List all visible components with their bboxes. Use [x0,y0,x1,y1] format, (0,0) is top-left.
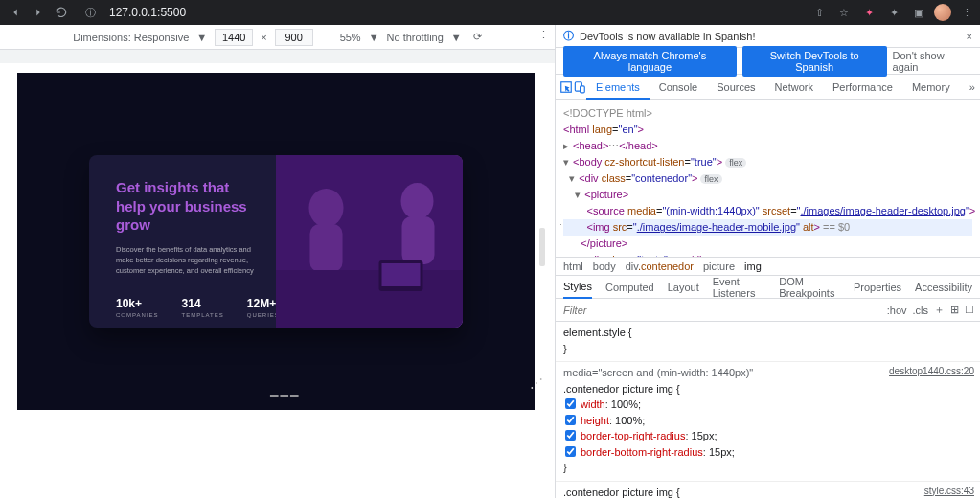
styles-tabs: Styles Computed Layout Event Listeners D… [556,276,980,299]
zoom-dropdown-icon[interactable]: ▼ [369,32,379,43]
svg-rect-5 [276,270,463,328]
rule-desktop-media[interactable]: desktop1440.css:20 media="screen and (mi… [556,362,980,482]
resize-handle-right[interactable] [539,228,545,266]
prop-checkbox[interactable] [565,415,576,425]
crumb-html[interactable]: html [563,260,583,272]
reload-button[interactable] [50,1,73,24]
subtab-events[interactable]: Event Listeners [713,276,766,299]
tab-network[interactable]: Network [765,75,823,100]
prop-checkbox[interactable] [565,430,576,441]
svg-rect-2 [310,224,343,272]
device-mode-icon[interactable] [573,76,586,99]
styles-panel[interactable]: element.style { } desktop1440.css:20 med… [556,322,980,498]
extension-icon-1[interactable]: ✦ [859,3,878,22]
rendering-icon[interactable]: ☐ [965,304,974,316]
banner-close-icon[interactable]: × [967,31,972,42]
back-button[interactable] [4,1,27,24]
ruler [0,50,555,63]
devtools-panel: ⓘ DevTools is now available in Spanish! … [556,25,980,498]
forward-button[interactable] [27,1,50,24]
share-icon[interactable]: ⇧ [809,3,829,22]
subtab-properties[interactable]: Properties [854,282,901,293]
x-separator: × [261,32,266,43]
device-menu-icon[interactable]: ⋮ [538,29,549,41]
subtab-dom-bp[interactable]: DOM Breakpoints [779,276,840,299]
width-input[interactable] [215,29,253,46]
svg-rect-4 [402,216,435,264]
dont-show-link[interactable]: Don't show again [893,50,972,73]
svg-rect-10 [581,85,585,92]
tab-elements[interactable]: Elements [586,75,650,100]
language-banner-text: DevTools is now available in Spanish! [580,31,755,42]
source-link[interactable]: desktop1440.css:20 [889,364,974,378]
tabs-overflow-icon[interactable]: » [960,75,980,100]
dom-tree[interactable]: <!DOCTYPE html> <html lang="en"> ▸<head>… [556,100,980,257]
preview-viewport: Get insights that help your business gro… [0,63,555,498]
preview-pane: Dimensions: Responsive ▼ × 55% ▼ No thro… [0,25,556,498]
switch-language-button[interactable]: Switch DevTools to Spanish [742,46,887,77]
rotate-icon[interactable]: ⟳ [473,31,482,43]
crumb-div[interactable]: div.contenedor [626,260,694,272]
svg-point-3 [401,183,434,219]
resize-handle-bottom[interactable]: ═══ [270,389,301,402]
breadcrumb[interactable]: html body div.contenedor picture img [556,257,980,276]
rule-style-css[interactable]: style.css:43 .contenedor picture img { b… [556,482,980,499]
info-icon: ⓘ [563,29,574,43]
crumb-img[interactable]: img [744,260,762,272]
browser-toolbar: ⓘ 127.0.0.1:5500 ⇧ ☆ ✦ ✦ ▣ ⋮ [0,0,980,25]
always-match-button[interactable]: Always match Chrome's language [563,46,737,77]
card-body: Discover the benefits of data analytics … [116,244,257,277]
dimensions-label: Dimensions: Responsive [73,32,189,43]
subtab-accessibility[interactable]: Accessibility [915,282,972,293]
hov-toggle[interactable]: :hov [887,305,907,316]
url-bar[interactable]: 127.0.0.1:5500 [109,6,809,19]
styles-filter-bar: :hov .cls ＋ ⊞ ☐ [556,299,980,322]
language-banner-actions: Always match Chrome's language Switch De… [556,48,980,75]
devtools-tabs: Elements Console Sources Network Perform… [556,75,980,100]
card-image [276,155,463,328]
rule-element-style[interactable]: element.style { } [556,322,980,362]
subtab-styles[interactable]: Styles [563,276,592,299]
svg-rect-7 [382,263,421,286]
tab-console[interactable]: Console [650,75,707,100]
info-icon[interactable]: ⓘ [79,1,102,24]
source-link[interactable]: style.css:43 [924,484,974,498]
profile-avatar[interactable] [934,4,951,21]
zoom-label[interactable]: 55% [340,32,361,43]
page-preview: Get insights that help your business gro… [17,73,535,410]
device-toolbar: Dimensions: Responsive ▼ × 55% ▼ No thro… [0,25,555,50]
stats-card: Get insights that help your business gro… [89,155,463,328]
svg-rect-6 [379,260,423,291]
workspace: Dimensions: Responsive ▼ × 55% ▼ No thro… [0,25,980,498]
stat-templates: 314TEMPLATES [182,297,224,318]
computed-icon[interactable]: ⊞ [950,304,959,316]
crumb-picture[interactable]: picture [703,260,735,272]
height-input[interactable] [275,29,313,46]
throttle-label[interactable]: No throttling [387,32,444,43]
language-banner: ⓘ DevTools is now available in Spanish! … [556,25,980,48]
dimensions-dropdown-icon[interactable]: ▼ [196,32,207,43]
extensions-icon[interactable]: ✦ [884,3,903,22]
resize-handle-corner[interactable]: ⋰ [530,375,543,391]
cls-toggle[interactable]: .cls [913,305,929,316]
throttle-dropdown-icon[interactable]: ▼ [451,32,462,43]
stat-companies: 10k+COMPANIES [116,297,159,318]
styles-filter-input[interactable] [556,305,887,316]
tab-sources[interactable]: Sources [707,75,764,100]
subtab-computed[interactable]: Computed [605,282,654,293]
tab-performance[interactable]: Performance [823,75,902,100]
headline-highlight: insights [144,179,199,195]
new-rule-icon[interactable]: ＋ [934,303,945,317]
subtab-layout[interactable]: Layout [668,282,699,293]
card-headline: Get insights that help your business gro… [116,178,257,235]
tab-memory[interactable]: Memory [902,75,960,100]
chrome-menu-icon[interactable]: ⋮ [957,3,976,22]
panel-icon[interactable]: ▣ [909,3,928,22]
prop-checkbox[interactable] [565,446,576,457]
bookmark-icon[interactable]: ☆ [834,3,854,22]
prop-checkbox[interactable] [565,398,576,409]
svg-rect-0 [276,155,463,328]
inspect-icon[interactable] [559,76,573,99]
svg-point-1 [309,189,344,227]
crumb-body[interactable]: body [593,260,616,272]
